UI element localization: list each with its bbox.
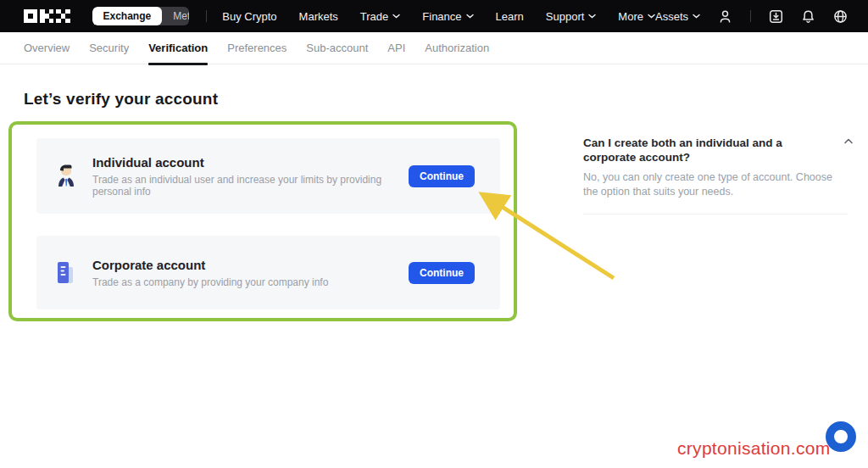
annotation-arrow xyxy=(0,0,868,468)
individual-card-title: Individual account xyxy=(92,155,409,170)
nav-buy-crypto[interactable]: Buy Crypto xyxy=(222,10,276,23)
page-title: Let’s verify your account xyxy=(24,90,218,109)
faq-question-row[interactable]: Can I create both an individual and a co… xyxy=(583,136,853,164)
nav-label: Markets xyxy=(299,10,338,23)
okx-logo-glyph-x xyxy=(56,9,70,23)
topbar-right-cluster: Assets xyxy=(655,9,848,24)
chevron-down-icon xyxy=(588,14,596,19)
tab-overview[interactable]: Overview xyxy=(24,32,70,64)
okx-logo[interactable] xyxy=(24,9,70,23)
account-tabs: Overview Security Verification Preferenc… xyxy=(0,32,868,64)
download-app-icon[interactable] xyxy=(769,9,783,24)
corporate-building-icon xyxy=(53,259,79,287)
chevron-down-icon xyxy=(392,14,400,19)
topbar-divider xyxy=(206,10,207,22)
user-profile-icon[interactable] xyxy=(718,9,732,24)
watermark-text: cryptonisation.com xyxy=(677,438,830,459)
nav-learn[interactable]: Learn xyxy=(496,10,524,23)
chevron-down-icon xyxy=(466,14,474,19)
chevron-down-icon xyxy=(648,14,655,19)
chat-widget-icon[interactable] xyxy=(826,421,856,452)
language-globe-icon[interactable] xyxy=(833,9,848,24)
toggle-metax[interactable]: MetaX xyxy=(162,7,189,25)
tab-label: Verification xyxy=(148,42,208,54)
nav-label: More xyxy=(618,10,643,23)
nav-support[interactable]: Support xyxy=(546,10,597,23)
individual-card-text: Individual account Trade as an individua… xyxy=(92,155,409,198)
nav-assets[interactable]: Assets xyxy=(655,10,700,23)
faq-question: Can I create both an individual and a co… xyxy=(583,136,826,164)
nav-more[interactable]: More xyxy=(618,10,655,23)
chevron-up-icon xyxy=(844,138,853,144)
individual-continue-button[interactable]: Continue xyxy=(409,165,475,187)
faq-answer: No, you can only create one type of acco… xyxy=(583,170,834,199)
okx-logo-glyph-k xyxy=(40,9,53,23)
primary-nav: Buy Crypto Markets Trade Finance Learn S… xyxy=(222,10,655,23)
tab-verification[interactable]: Verification xyxy=(148,32,208,64)
nav-finance[interactable]: Finance xyxy=(422,10,473,23)
top-navigation-bar: Exchange MetaX Buy Crypto Markets Trade … xyxy=(0,0,868,32)
toggle-exchange[interactable]: Exchange xyxy=(92,7,163,25)
nav-label: Learn xyxy=(496,10,524,23)
individual-card-description: Trade as an individual user and increase… xyxy=(92,174,409,198)
verification-page: Exchange MetaX Buy Crypto Markets Trade … xyxy=(0,0,868,468)
nav-label: Finance xyxy=(422,10,461,23)
tab-sub-account[interactable]: Sub-account xyxy=(306,32,368,64)
nav-markets[interactable]: Markets xyxy=(299,10,338,23)
corporate-account-card[interactable]: Corporate account Trade as a company by … xyxy=(36,236,500,309)
topbar-divider xyxy=(750,10,751,22)
tab-authorization[interactable]: Authorization xyxy=(425,32,489,64)
active-tab-underline xyxy=(148,63,208,65)
individual-person-icon xyxy=(53,163,79,190)
faq-divider xyxy=(583,214,848,214)
corporate-continue-button[interactable]: Continue xyxy=(409,262,475,284)
corporate-card-description: Trade as a company by providing your com… xyxy=(92,276,328,288)
tab-api[interactable]: API xyxy=(387,32,405,64)
nav-label: Support xyxy=(546,10,585,23)
okx-logo-glyph-o xyxy=(24,9,37,23)
chevron-down-icon xyxy=(693,14,700,19)
product-toggle: Exchange MetaX xyxy=(92,7,190,25)
tab-preferences[interactable]: Preferences xyxy=(227,32,287,64)
tab-security[interactable]: Security xyxy=(89,32,129,64)
notifications-bell-icon[interactable] xyxy=(801,9,815,24)
nav-trade[interactable]: Trade xyxy=(360,10,400,23)
nav-label: Buy Crypto xyxy=(222,10,276,23)
corporate-card-text: Corporate account Trade as a company by … xyxy=(92,258,328,288)
nav-label: Trade xyxy=(360,10,388,23)
corporate-card-title: Corporate account xyxy=(92,258,328,272)
faq-panel: Can I create both an individual and a co… xyxy=(583,136,853,214)
nav-label: Assets xyxy=(655,10,688,23)
individual-account-card[interactable]: Individual account Trade as an individua… xyxy=(36,138,500,214)
